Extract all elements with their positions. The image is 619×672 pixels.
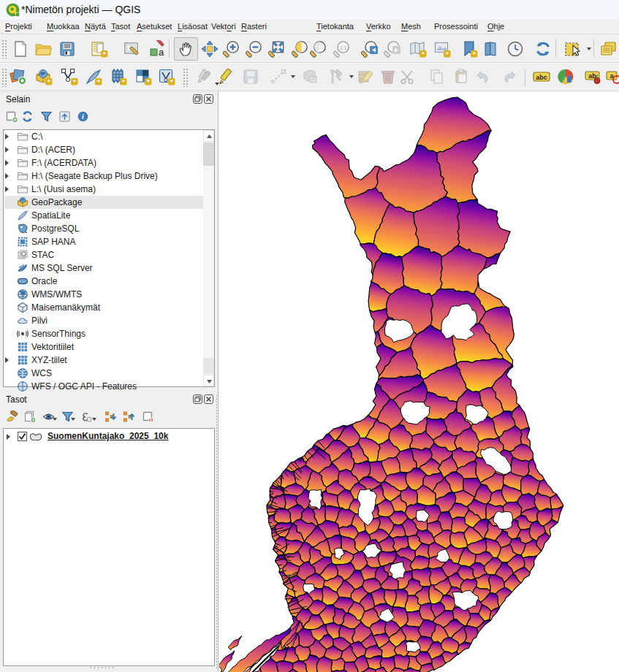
svg-text:a: a bbox=[159, 47, 164, 58]
svg-text:*: * bbox=[122, 77, 125, 85]
svg-text:*: * bbox=[446, 50, 449, 58]
svg-text:*: * bbox=[422, 50, 425, 58]
svg-text:*: * bbox=[73, 77, 76, 85]
svg-text:*: * bbox=[48, 77, 50, 85]
svg-text:*: * bbox=[312, 77, 314, 83]
svg-text:*: * bbox=[103, 50, 106, 58]
svg-text:1:1: 1:1 bbox=[340, 45, 347, 50]
svg-text:i: i bbox=[82, 112, 84, 121]
svg-text:*: * bbox=[473, 50, 476, 58]
svg-text:*: * bbox=[97, 77, 100, 85]
svg-text:abc: abc bbox=[536, 74, 547, 81]
svg-text:*: * bbox=[170, 77, 173, 85]
svg-text:*: * bbox=[147, 77, 150, 85]
